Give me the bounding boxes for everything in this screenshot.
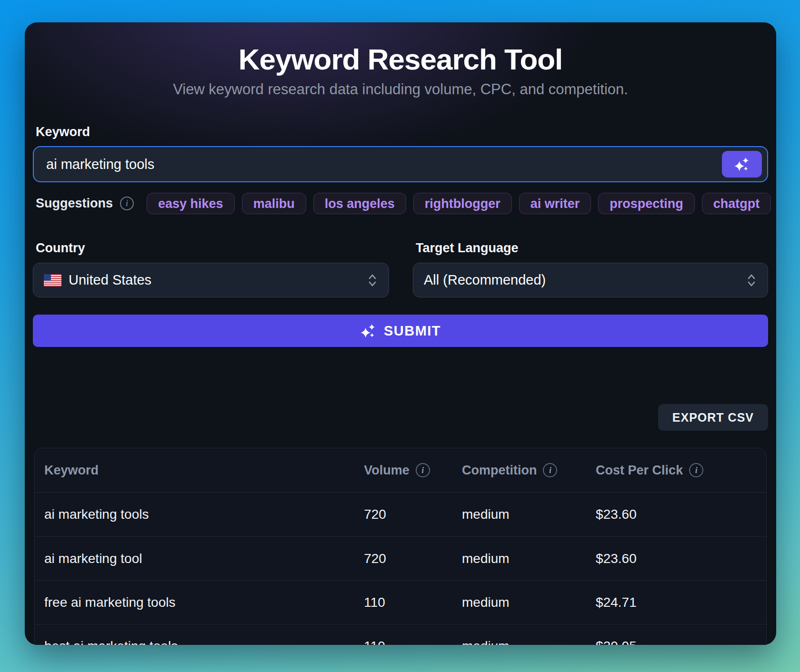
cell-competition: medium — [462, 639, 596, 645]
cell-cpc: $24.71 — [596, 595, 766, 610]
column-header-competition: Competition — [462, 463, 596, 478]
cpc-info-icon[interactable] — [689, 463, 703, 477]
keyword-input-wrap — [33, 146, 768, 182]
keyword-label: Keyword — [33, 125, 768, 139]
cell-cpc: $23.60 — [596, 551, 766, 566]
column-header-keyword: Keyword — [35, 463, 364, 478]
suggestion-chip[interactable]: malibu — [242, 193, 306, 214]
cell-keyword: best ai marketing tools — [35, 639, 364, 645]
suggestions-label: Suggestions — [33, 196, 113, 211]
cell-volume: 110 — [364, 595, 462, 610]
column-header-volume: Volume — [364, 463, 462, 478]
language-label: Target Language — [413, 241, 768, 256]
submit-button[interactable]: SUBMIT — [33, 315, 768, 347]
export-csv-button[interactable]: EXPORT CSV — [658, 404, 768, 431]
suggestion-chip[interactable]: los angeles — [313, 193, 406, 214]
suggestion-chip[interactable]: chatgpt — [702, 193, 771, 214]
table-row: best ai marketing tools 110 medium $30.0… — [35, 624, 766, 645]
cell-cpc: $23.60 — [596, 507, 766, 522]
cell-keyword: free ai marketing tools — [35, 595, 364, 610]
chevron-updown-icon — [746, 273, 757, 288]
language-value: All (Recommended) — [424, 272, 746, 288]
country-label: Country — [33, 241, 389, 256]
suggestion-chip[interactable]: prospecting — [598, 193, 695, 214]
country-select[interactable]: United States — [33, 263, 389, 297]
suggestion-chips: easy hikes malibu los angeles rightblogg… — [147, 193, 776, 214]
sparkles-icon — [360, 323, 376, 339]
keyword-input[interactable] — [33, 146, 768, 182]
competition-info-icon[interactable] — [543, 463, 557, 477]
cell-competition: medium — [462, 595, 596, 610]
ai-suggest-button[interactable] — [722, 151, 762, 178]
sparkles-icon — [734, 156, 750, 172]
cell-volume: 110 — [364, 639, 462, 645]
cell-volume: 720 — [364, 551, 462, 566]
cell-competition: medium — [462, 507, 596, 522]
cell-volume: 720 — [364, 507, 462, 522]
table-header-row: Keyword Volume Competition Cost Per Clic… — [35, 448, 766, 493]
keyword-research-card: Keyword Research Tool View keyword resea… — [25, 22, 776, 645]
cell-keyword: ai marketing tool — [35, 551, 364, 566]
submit-label: SUBMIT — [384, 323, 441, 339]
results-table: Keyword Volume Competition Cost Per Clic… — [34, 448, 767, 645]
us-flag-icon — [44, 274, 61, 287]
chevron-updown-icon — [367, 273, 378, 288]
suggestions-info-icon[interactable] — [120, 197, 134, 210]
language-select[interactable]: All (Recommended) — [413, 263, 768, 297]
page-subtitle: View keyword research data including vol… — [33, 81, 768, 98]
suggestion-chip[interactable]: easy hikes — [147, 193, 235, 214]
volume-info-icon[interactable] — [416, 463, 430, 477]
table-row: ai marketing tool 720 medium $23.60 — [35, 536, 766, 580]
suggestions-row: Suggestions easy hikes malibu los angele… — [33, 193, 776, 214]
suggestion-chip[interactable]: ai writer — [519, 193, 591, 214]
page-title: Keyword Research Tool — [33, 42, 768, 76]
country-value: United States — [69, 272, 367, 288]
column-header-cpc: Cost Per Click — [596, 463, 766, 478]
cell-competition: medium — [462, 551, 596, 566]
table-row: free ai marketing tools 110 medium $24.7… — [35, 580, 766, 624]
cell-cpc: $30.05 — [596, 639, 766, 645]
table-row: ai marketing tools 720 medium $23.60 — [35, 493, 766, 536]
cell-keyword: ai marketing tools — [35, 507, 364, 522]
suggestion-chip[interactable]: rightblogger — [413, 193, 512, 214]
